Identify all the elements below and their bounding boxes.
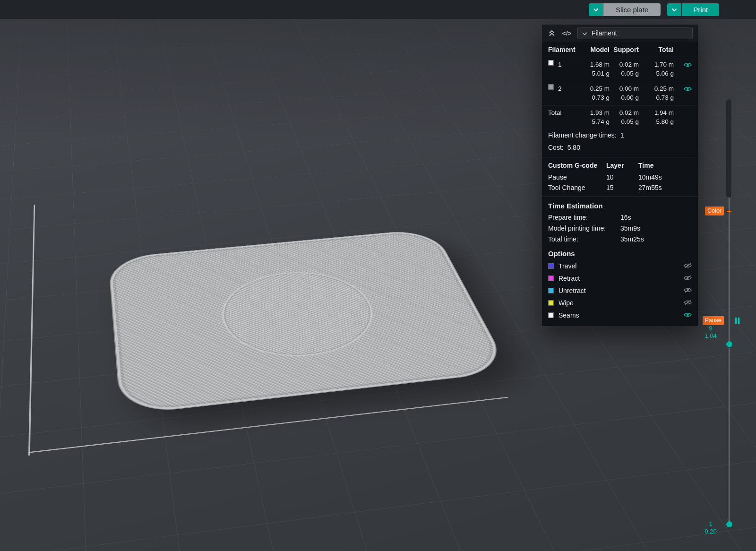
color-change-tick [727, 211, 731, 212]
chevron-down-icon [671, 5, 677, 14]
time-row: Model printing time:35m9s [542, 223, 698, 234]
eye-off-icon[interactable] [684, 274, 692, 283]
time-estimation-section: Time Estimation Prepare time:16s Model p… [542, 197, 698, 245]
options-title: Options [542, 245, 698, 260]
option-retract: Retract [542, 272, 698, 284]
sliced-model-center-oval [214, 266, 388, 363]
table-row: 2 0.25 m0.73 g 0.00 m0.00 g 0.25 m0.73 g [542, 81, 698, 105]
gcode-icon[interactable]: </> [562, 28, 572, 38]
custom-gcode-section: Custom G-code Layer Time Pause 10 10m49s… [542, 157, 698, 193]
option-wipe: Wipe [542, 297, 698, 309]
print-button[interactable]: Print [682, 3, 719, 16]
filament-swatch[interactable] [548, 60, 554, 66]
layer-slider-scroll-thumb[interactable] [726, 99, 731, 198]
layer-slider-lower-handle[interactable] [726, 521, 733, 528]
legend-select-value: Filament [592, 29, 617, 37]
pause-icon [735, 318, 739, 324]
preview-info-panel: </> Filament Filament Model Support Tota… [542, 25, 698, 326]
legend-type-select[interactable]: Filament [577, 27, 693, 39]
table-total-row: Total 1.93 m5.74 g 0.02 m0.05 g 1.94 m5.… [542, 105, 698, 129]
filament-change-value: 1 [620, 130, 624, 140]
layer-slider-upper-handle[interactable] [726, 341, 733, 348]
filament-id: 1 [558, 60, 562, 69]
chevron-down-icon [593, 5, 599, 14]
option-unretract: Unretract [542, 284, 698, 297]
purge-line-vertical [28, 205, 35, 456]
eye-icon[interactable] [684, 85, 692, 94]
gcode-row: Tool Change 15 27m55s [542, 182, 698, 193]
collapse-icon[interactable] [547, 28, 557, 38]
eye-icon[interactable] [684, 311, 692, 319]
slice-plate-button-group: Slice plate [589, 3, 661, 16]
slicer-preview-window: Slice plate Print [0, 0, 756, 551]
filament-swatch[interactable] [548, 84, 554, 90]
option-swatch [548, 288, 554, 293]
gcode-header: Custom G-code Layer Time [542, 157, 698, 172]
filament-table-header: Filament Model Support Total [542, 42, 698, 57]
chevron-down-icon [582, 29, 587, 37]
lower-handle-labels: 1 0.20 [700, 520, 721, 535]
lower-layer-height: 0.20 [700, 528, 721, 535]
time-row: Prepare time:16s [542, 212, 698, 223]
filament-id: 2 [558, 84, 562, 93]
option-swatch [548, 312, 554, 318]
table-row: 1 1.68 m5.01 g 0.02 m0.05 g 1.70 m5.06 g [542, 57, 698, 81]
top-toolbar: Slice plate Print [0, 0, 756, 19]
upper-handle-labels: 9 1.04 [700, 325, 721, 340]
cost-value: 5.80 [567, 143, 580, 152]
time-row: Total time:35m25s [542, 234, 698, 245]
option-swatch [548, 276, 554, 281]
col-header-model: Model [585, 46, 610, 53]
time-estimation-title: Time Estimation [542, 197, 698, 212]
col-header-support: Support [610, 46, 639, 53]
pause-badge: Pause [703, 316, 724, 325]
option-swatch [548, 300, 554, 306]
eye-off-icon[interactable] [684, 299, 692, 307]
filament-table: Filament Model Support Total 1 1.68 m5.0… [542, 42, 698, 129]
gcode-row: Pause 10 10m49s [542, 172, 698, 182]
options-section: Options Travel Retract Unretract [542, 245, 698, 321]
eye-off-icon[interactable] [684, 286, 692, 295]
print-button-group: Print [667, 3, 719, 16]
upper-layer-number: 9 [700, 325, 721, 332]
col-header-total: Total [639, 46, 674, 53]
panel-header: </> Filament [542, 25, 698, 42]
sliced-model[interactable] [109, 229, 510, 415]
color-change-badge: Color [705, 207, 724, 215]
total-label: Total [548, 108, 585, 126]
slice-plate-button[interactable]: Slice plate [603, 3, 661, 16]
slice-plate-dropdown-button[interactable] [589, 3, 603, 16]
option-travel: Travel [542, 260, 698, 272]
option-seams: Seams [542, 309, 698, 321]
upper-layer-height: 1.04 [700, 332, 721, 340]
eye-icon[interactable] [684, 61, 692, 70]
lower-layer-number: 1 [700, 520, 721, 528]
option-swatch [548, 263, 554, 269]
col-header-filament: Filament [548, 46, 585, 53]
filament-change-times: Filament change times: 1 [542, 129, 698, 141]
cost-line: Cost: 5.80 [542, 141, 698, 154]
purge-line-horizontal [28, 397, 508, 453]
eye-off-icon[interactable] [684, 262, 692, 270]
print-dropdown-button[interactable] [667, 3, 681, 16]
